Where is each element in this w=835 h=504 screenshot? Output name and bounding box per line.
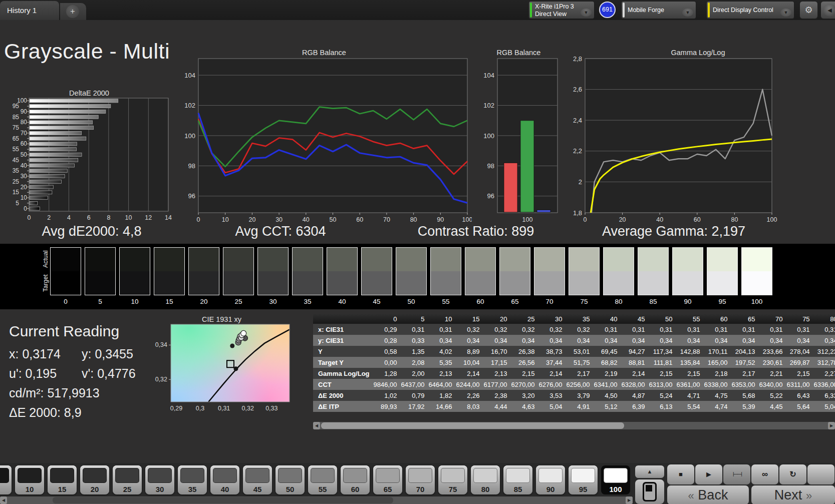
back-button[interactable]: « Back	[667, 485, 749, 504]
scroll-right-icon[interactable]: ▶	[828, 422, 835, 429]
meter-line2: Direct View	[535, 11, 567, 18]
reading-v: v': 0,4776	[82, 366, 136, 381]
tab-history-1[interactable]: History 1	[0, 1, 59, 20]
table-cell: 2,21	[759, 368, 787, 379]
svg-text:0,32: 0,32	[242, 405, 254, 412]
pattern-level-button-15[interactable]: 15	[48, 465, 77, 494]
page-title: Grayscale - Multi	[4, 39, 170, 64]
actual-swatch	[85, 248, 115, 271]
scroll-right-icon[interactable]: ▶	[626, 496, 633, 504]
grayscale-swatch-75	[569, 247, 600, 295]
pattern-level-button-20[interactable]: 20	[80, 465, 109, 494]
play-icon: ▶	[706, 470, 711, 478]
target-axis-label: Target	[42, 271, 50, 295]
table-cell: 165,00	[704, 357, 732, 368]
svg-text:30: 30	[21, 173, 28, 180]
table-cell: 0,34	[622, 335, 649, 346]
pattern-level-button-60[interactable]: 60	[341, 465, 370, 494]
table-cell: 88,81	[622, 357, 649, 368]
workflow-dropdown[interactable]: Direct Display Control ▼	[706, 1, 794, 19]
single-measure-button[interactable]: ⊢⊣	[723, 464, 750, 484]
target-swatch	[500, 271, 530, 295]
table-cell: 4,02	[429, 346, 456, 357]
level-label: 65	[373, 485, 402, 493]
level-swatch	[213, 468, 237, 483]
table-scrollbar-thumb[interactable]	[321, 422, 624, 429]
svg-text:0,31: 0,31	[218, 405, 230, 412]
level-label: 30	[145, 485, 174, 493]
pattern-level-button-90[interactable]: 90	[536, 465, 565, 494]
grayscale-swatch-90	[672, 247, 703, 295]
stop-button[interactable]: ■	[667, 464, 694, 484]
table-cell: 51,75	[567, 357, 594, 368]
table-column-header: 35	[567, 314, 594, 324]
pattern-level-button-100[interactable]: 100	[601, 465, 630, 494]
pattern-level-button-45[interactable]: 45	[243, 465, 272, 494]
pattern-level-button-50[interactable]: 50	[275, 465, 305, 494]
level-label: 100	[601, 485, 630, 493]
table-cell: 4,50	[594, 390, 622, 401]
level-label: 45	[243, 485, 272, 493]
refresh-button[interactable]: ↻	[779, 464, 806, 484]
table-cell: 53,01	[567, 346, 594, 357]
swatch-level-label: 55	[430, 298, 461, 305]
pattern-level-button-85[interactable]: 85	[503, 465, 532, 494]
infinity-icon: ∞	[762, 469, 768, 479]
actual-swatch	[465, 248, 495, 271]
pattern-scrollbar-thumb[interactable]	[53, 497, 393, 503]
chevron-down-icon: ▼	[780, 9, 791, 17]
pattern-level-button-40[interactable]: 40	[210, 465, 239, 494]
level-label: 85	[503, 485, 532, 493]
grayscale-swatch-85	[638, 247, 669, 295]
table-cell: 6338,00	[704, 379, 732, 390]
pattern-level-button-80[interactable]: 80	[471, 465, 500, 494]
pattern-level-button-70[interactable]: 70	[406, 465, 435, 494]
svg-text:45: 45	[13, 157, 20, 164]
actual-swatch	[673, 248, 703, 271]
target-swatch	[707, 271, 737, 295]
play-button[interactable]: ▶	[695, 464, 722, 484]
pattern-level-button-75[interactable]: 75	[438, 465, 467, 494]
source-dropdown[interactable]: Mobile Forge ▼	[621, 1, 696, 19]
pattern-level-button-55[interactable]: 55	[308, 465, 337, 494]
pattern-level-button-95[interactable]: 95	[569, 465, 598, 494]
grayscale-swatch-25	[223, 247, 254, 295]
target-swatch	[604, 271, 634, 295]
blank-button[interactable]	[807, 464, 834, 484]
collapse-panel-button[interactable]: ◀	[820, 1, 835, 19]
scroll-left-icon[interactable]: ◀	[0, 496, 7, 504]
pattern-level-button-5[interactable]: 5	[0, 465, 12, 494]
pattern-window-button[interactable]	[635, 479, 664, 504]
table-cell: 204,13	[732, 346, 759, 357]
svg-text:0: 0	[24, 205, 27, 212]
svg-text:90: 90	[21, 108, 28, 115]
continuous-measure-button[interactable]: ∞	[751, 464, 778, 484]
level-label: 50	[275, 485, 305, 493]
rgb-line-chart-title: RGB Balance	[176, 49, 472, 57]
pattern-level-button-10[interactable]: 10	[15, 465, 44, 494]
svg-text:102: 102	[483, 102, 494, 109]
level-label: 40	[210, 485, 239, 493]
scroll-left-icon[interactable]: ◀	[313, 422, 320, 429]
pattern-level-button-35[interactable]: 35	[178, 465, 207, 494]
scroll-up-button[interactable]: ▲	[635, 465, 664, 478]
table-row: CCT9846,006437,006464,006244,006177,0062…	[313, 379, 835, 390]
grayscale-swatch-50	[396, 247, 427, 295]
next-button[interactable]: Next »	[751, 485, 835, 504]
settings-button[interactable]: ⚙	[799, 1, 818, 19]
svg-text:2: 2	[47, 214, 51, 221]
table-scrollbar[interactable]: ◀ ▶	[313, 422, 835, 429]
svg-text:60: 60	[356, 216, 363, 222]
pattern-level-button-25[interactable]: 25	[113, 465, 142, 494]
pattern-scrollbar[interactable]: ◀ ▶	[0, 496, 633, 504]
table-cell: 4,75	[704, 390, 732, 401]
meter-dropdown[interactable]: X-Rite i1Pro 3 Direct View ▼	[528, 1, 595, 19]
pattern-level-button-65[interactable]: 65	[373, 465, 402, 494]
add-tab-button[interactable]: +	[60, 3, 86, 20]
table-cell: 2,18	[704, 368, 732, 379]
svg-text:2,2: 2,2	[573, 147, 582, 155]
pattern-level-button-30[interactable]: 30	[145, 465, 174, 494]
swatch-level-label: 85	[638, 298, 669, 305]
table-cell: 6,13	[649, 401, 677, 412]
table-cell: 0,31	[732, 324, 759, 335]
